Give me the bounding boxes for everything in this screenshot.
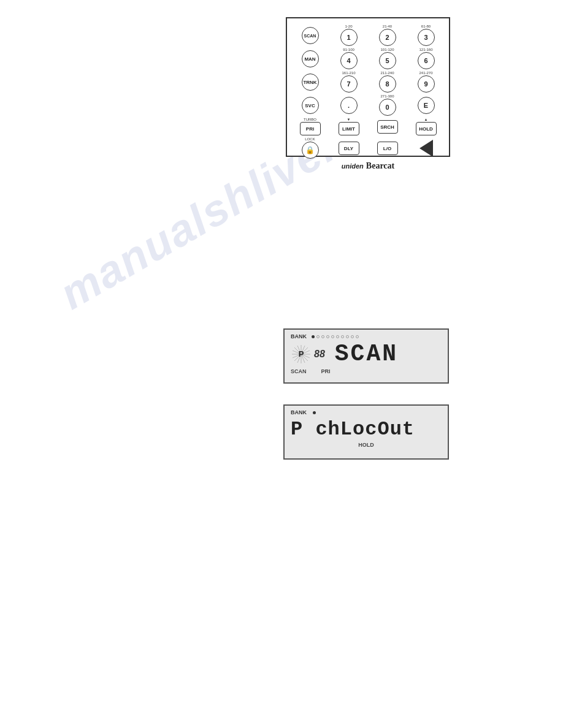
key-4-circle[interactable]: 4 <box>340 52 358 69</box>
man-key[interactable]: MAN <box>292 48 328 69</box>
key-3-top-label: 61-80 <box>421 25 431 28</box>
svc-key-circle[interactable]: SVC <box>302 97 319 114</box>
key-dot[interactable]: . <box>331 94 367 116</box>
limit-key-top-label: ▼ <box>347 118 351 121</box>
key-1-top-label: 1-20 <box>345 25 352 28</box>
lcd2-hold-label: HOLD <box>358 442 374 448</box>
man-key-circle[interactable]: MAN <box>302 50 319 67</box>
lcd1-dot-4 <box>326 335 329 338</box>
key-2-top-label: 21-40 <box>383 25 392 28</box>
key-8-top-label: 211-240 <box>380 71 394 75</box>
lcd-display-1: BANK <box>283 328 449 384</box>
dly-key-rect[interactable]: DLY <box>339 142 359 155</box>
svc-key[interactable]: SVC <box>292 94 328 116</box>
limit-key-rect[interactable]: LIMIT <box>339 122 359 135</box>
lcd1-dot-2 <box>316 335 320 338</box>
key-6-circle[interactable]: 6 <box>418 52 435 69</box>
lo-key[interactable]: L/O <box>369 137 405 159</box>
key-7-top-label: 161-210 <box>342 71 355 75</box>
key-7[interactable]: 161-210 7 <box>331 71 367 93</box>
limit-key[interactable]: ▼ LIMIT <box>331 118 367 135</box>
lcd1-dot-5 <box>331 335 334 338</box>
lcd1-dot-6 <box>336 335 339 338</box>
key-1-circle[interactable]: 1 <box>340 29 358 46</box>
key-6-top-label: 121-160 <box>419 48 432 51</box>
lock-key[interactable]: LOCK 🔒 <box>292 137 328 159</box>
lcd2-bank-dot <box>313 411 316 414</box>
key-e[interactable]: E <box>408 94 444 116</box>
lcd1-bank-label: BANK <box>291 333 307 339</box>
lock-key-top-label: LOCK <box>305 137 315 141</box>
scan-key-circle[interactable]: SCAN <box>302 27 319 44</box>
lcd1-scan-status: SCAN <box>291 368 307 374</box>
key-1[interactable]: 1-20 1 <box>331 25 367 46</box>
hold-key-top-label: ▲ <box>424 118 428 121</box>
lcd1-pri-status: PRI <box>321 368 331 374</box>
key-5-circle[interactable]: 5 <box>379 52 396 69</box>
key-8[interactable]: 211-240 8 <box>369 71 405 93</box>
lock-key-circle[interactable]: 🔒 <box>302 142 319 159</box>
lcd1-p-starburst: P <box>291 344 312 365</box>
trnk-key-circle[interactable]: TRNK <box>302 74 319 91</box>
pri-key-rect[interactable]: PRI <box>300 122 321 135</box>
lcd1-dots <box>312 335 359 338</box>
lcd1-top-row: BANK <box>291 333 442 339</box>
lcd1-dot-9 <box>351 335 354 338</box>
lcd2-top-row: BANK <box>291 409 442 415</box>
srch-key[interactable]: SRCH <box>369 118 405 135</box>
key-9[interactable]: 241-270 9 <box>408 71 444 93</box>
key-9-circle[interactable]: 9 <box>418 75 435 93</box>
key-4[interactable]: 91-100 4 <box>331 48 367 69</box>
key-0-circle[interactable]: 0 <box>379 99 396 116</box>
svg-text:P: P <box>299 349 304 358</box>
keypad-panel: SCAN 1-20 1 21-40 2 61-80 3 MAN 91-100 4… <box>286 17 450 157</box>
lcd1-dot-3 <box>321 335 324 338</box>
hold-key-rect[interactable]: HOLD <box>416 122 437 135</box>
key-5-top-label: 101-120 <box>380 48 394 51</box>
hold-key[interactable]: ▲ HOLD <box>408 118 444 135</box>
starburst-svg: P <box>291 344 312 365</box>
lcd1-dot-8 <box>346 335 349 338</box>
lcd2-main-text: P chLocOut <box>291 418 415 441</box>
pri-key-top-label: TURBO <box>304 118 316 121</box>
brand-uniden: uniden <box>342 162 364 170</box>
key-dot-circle[interactable]: . <box>340 97 358 114</box>
dly-key[interactable]: DLY <box>331 137 367 159</box>
key-8-circle[interactable]: 8 <box>379 75 396 93</box>
lcd2-bank-label: BANK <box>291 409 307 415</box>
lcd1-channel-num: 88 <box>314 349 325 360</box>
lo-key-rect[interactable]: L/O <box>377 142 398 155</box>
lcd1-dot-10 <box>356 335 359 338</box>
key-4-top-label: 91-100 <box>343 48 354 51</box>
key-5[interactable]: 101-120 5 <box>369 48 405 69</box>
lcd2-main-row: P chLocOut <box>291 418 442 441</box>
brand-bearcat: Bearcat <box>366 161 394 171</box>
key-0-top-label: 271-300 <box>380 94 394 98</box>
lcd1-bottom-row: SCAN PRI <box>291 368 442 374</box>
brand-row: uniden Bearcat <box>292 161 444 171</box>
key-7-circle[interactable]: 7 <box>340 75 358 93</box>
key-9-top-label: 241-270 <box>419 71 432 75</box>
lcd2-bottom-row: HOLD <box>291 442 442 448</box>
lcd1-main-row: P 88 SCAN <box>291 341 442 367</box>
lcd1-dot-1 <box>312 335 315 338</box>
key-2-circle[interactable]: 2 <box>379 29 396 46</box>
key-6[interactable]: 121-160 6 <box>408 48 444 69</box>
lcd1-dot-7 <box>341 335 344 338</box>
arrow-indicator-cell <box>408 137 444 159</box>
pri-key[interactable]: TURBO PRI <box>292 118 328 135</box>
key-3[interactable]: 61-80 3 <box>408 25 444 46</box>
key-0[interactable]: 271-300 0 <box>369 94 405 116</box>
key-e-circle[interactable]: E <box>418 97 435 114</box>
scan-key[interactable]: SCAN <box>292 25 328 46</box>
lcd1-scan-text: SCAN <box>335 341 398 367</box>
key-3-circle[interactable]: 3 <box>418 29 435 46</box>
key-2[interactable]: 21-40 2 <box>369 25 405 46</box>
srch-key-rect[interactable]: SRCH <box>377 120 398 134</box>
lcd-display-2: BANK P chLocOut HOLD <box>283 404 449 460</box>
back-arrow-icon <box>419 140 433 157</box>
trnk-key[interactable]: TRNK <box>292 71 328 93</box>
